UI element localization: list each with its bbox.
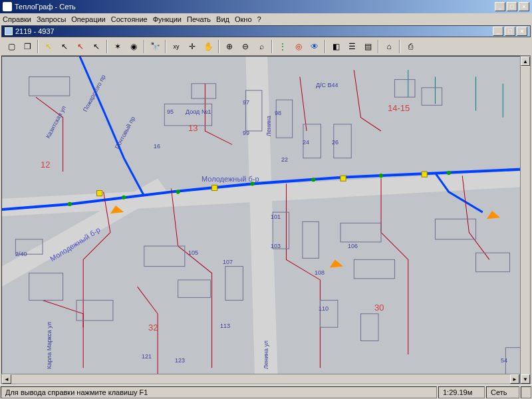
toolbar-separator (218, 40, 219, 53)
menu-spravki[interactable]: Справки (3, 15, 31, 23)
svg-point-30 (176, 190, 180, 194)
doc-window-controls: _ □ × (493, 27, 527, 36)
close-button[interactable]: × (519, 2, 529, 11)
menu-pechat[interactable]: Печать (187, 15, 211, 23)
toolbar-separator (165, 40, 166, 53)
scroll-left-icon[interactable]: ◄ (2, 374, 11, 384)
bldg-95: 95 (167, 108, 174, 115)
menu-okno[interactable]: Окно (235, 15, 252, 23)
shapes-icon[interactable]: ◧ (329, 39, 343, 54)
street-lenina-ul: Ленина ул (263, 340, 269, 369)
svg-rect-36 (212, 185, 217, 190)
node-edit-icon[interactable]: ◉ (126, 39, 141, 54)
zone-13: 13 (188, 123, 198, 133)
zone-30: 30 (374, 303, 384, 313)
horizontal-scrollbar[interactable]: ◄ ► (1, 374, 520, 384)
menubar: Справки Запросы Операции Состояние Функц… (0, 13, 532, 25)
target-icon[interactable]: ◎ (291, 39, 306, 54)
zoom-region-icon[interactable]: ⌕ (254, 39, 269, 54)
arrow-add-icon[interactable]: ↖ (89, 39, 104, 54)
window-controls: _ □ × (495, 2, 529, 11)
bldg-110: 110 (319, 305, 329, 312)
bldg-123: 123 (175, 357, 185, 364)
arrow-black-icon[interactable]: ↖ (57, 39, 72, 54)
scroll-down-icon[interactable]: ▼ (521, 374, 530, 384)
zoom-in-icon[interactable]: ⊕ (222, 39, 237, 54)
maximize-button[interactable]: □ (507, 2, 517, 11)
bldg-99: 99 (243, 130, 249, 136)
bldg-54: 54 (501, 357, 507, 364)
bldg-98: 98 (275, 110, 281, 116)
svg-rect-37 (340, 176, 346, 181)
copy-icon[interactable]: ❐ (20, 39, 35, 54)
svg-rect-35 (97, 191, 102, 196)
bldg-101: 101 (271, 213, 281, 220)
bldg-16: 16 (154, 143, 160, 150)
minimize-button[interactable]: _ (495, 2, 505, 11)
traffic-light-icon[interactable]: ⋮ (275, 39, 290, 54)
statusbar: Для вывода справки нажмите клавишу F1 1:… (0, 384, 532, 399)
new-doc-icon[interactable]: ▢ (4, 39, 19, 54)
menu-vid[interactable]: Вид (216, 15, 229, 23)
vertical-scrollbar[interactable]: ▲ ▼ (520, 56, 531, 384)
zone-14-15: 14-15 (388, 103, 410, 113)
menu-help[interactable]: ? (257, 15, 261, 23)
xy-icon[interactable]: xy (169, 39, 184, 54)
menu-funktsii[interactable]: Функции (153, 15, 182, 23)
zone-32: 32 (148, 323, 158, 332)
toolbar-separator (144, 40, 145, 53)
document-titlebar: 2119 - 4937 _ □ × (1, 25, 531, 37)
bldg-97: 97 (243, 99, 249, 106)
svg-point-33 (379, 174, 383, 178)
app-title: ТеплоГраф - Сеть (15, 3, 76, 11)
pan-hand-icon[interactable]: ✋ (201, 39, 215, 54)
bldg-22: 22 (281, 156, 288, 163)
bldg-103: 103 (271, 243, 281, 249)
map-canvas[interactable] (2, 57, 530, 384)
eye-icon[interactable]: 👁 (307, 39, 322, 54)
doc-minimize-button[interactable]: _ (493, 27, 503, 36)
bldg-24: 24 (303, 139, 309, 146)
svg-point-28 (68, 202, 72, 206)
doc-close-button[interactable]: × (517, 27, 527, 36)
bldg-105: 105 (188, 249, 198, 256)
menu-zaprosy[interactable]: Запросы (37, 15, 66, 23)
grouping-icon[interactable]: ☰ (344, 39, 359, 54)
bldg-108: 108 (315, 269, 325, 276)
resize-grip-icon[interactable] (521, 386, 531, 398)
network-icon[interactable]: ✶ (110, 39, 125, 54)
map-viewport[interactable]: Молодежный б-р 12 13 14-15 30 32 Молодеж… (1, 56, 531, 384)
scroll-right-icon[interactable]: ► (510, 374, 519, 384)
arrow-red-icon[interactable]: ↖ (73, 39, 88, 54)
status-scale: 1:29.19м (438, 386, 485, 398)
street-lenina: Ленина (265, 116, 272, 136)
zoom-out-icon[interactable]: ⊖ (238, 39, 253, 54)
menu-sostoyanie[interactable]: Состояние (111, 15, 148, 23)
crosshair-icon[interactable]: ✛ (185, 39, 200, 54)
doc-icon (5, 27, 13, 35)
menu-operatsii[interactable]: Операции (71, 15, 105, 23)
binoculars-icon[interactable]: 🔭 (148, 39, 162, 54)
bldg-107: 107 (223, 259, 233, 265)
svg-point-34 (447, 171, 451, 175)
bldg-2-40: 2/40 (15, 251, 27, 257)
bldg-121: 121 (142, 353, 152, 360)
doc-maximize-button[interactable]: □ (505, 27, 515, 36)
scroll-up-icon[interactable]: ▲ (521, 57, 530, 66)
toolbar-separator (37, 40, 39, 53)
print-icon[interactable]: ⎙ (403, 39, 418, 54)
svg-point-32 (311, 178, 315, 182)
stack-icon[interactable]: ▤ (360, 39, 375, 54)
bldg-dsad: Доод №1 (186, 108, 211, 115)
bldg-26: 26 (332, 139, 338, 146)
app-titlebar: ТеплоГраф - Сеть _ □ × (0, 0, 532, 13)
toolbar-separator (106, 40, 108, 53)
bldg-106: 106 (348, 243, 358, 249)
bldg-113: 113 (220, 323, 230, 329)
toolbar-separator (325, 40, 326, 53)
arrow-yellow-icon[interactable]: ↖ (41, 39, 56, 54)
status-help-text: Для вывода справки нажмите клавишу F1 (1, 386, 437, 398)
street-label-main: Молодежный б-р (201, 175, 259, 183)
house-icon[interactable]: ⌂ (382, 39, 396, 54)
app-icon (3, 2, 12, 11)
